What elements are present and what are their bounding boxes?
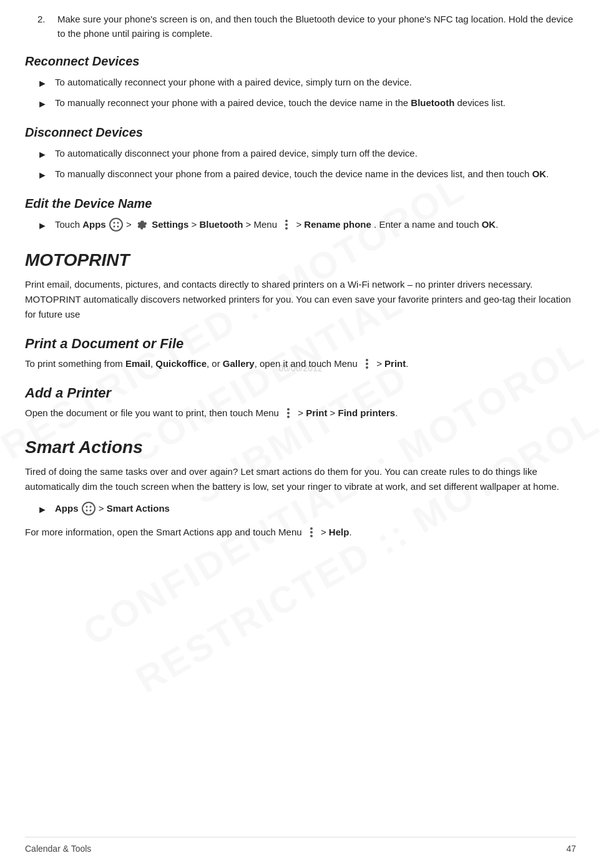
reconnect-devices-section: Reconnect Devices ► To automatically rec… [25,52,576,112]
menu-dots-icon-4 [305,525,318,539]
gallery-label: Gallery [223,358,255,369]
menu-dots-icon-3 [282,406,295,420]
find-printers-label: Find printers [338,407,395,418]
dot1 [287,408,290,411]
quickoffice-label: Quickoffice [155,358,207,369]
smart-actions-gt: > [99,503,107,514]
disconnect-bullet-1-text: To automatically disconnect your phone f… [55,147,576,161]
motoprint-heading: MOTOPRINT [25,247,576,273]
help-label: Help [329,527,349,537]
reconnect-bullet-1: ► To automatically reconnect your phone … [37,76,576,91]
dot3 [310,535,313,537]
print-doc-middle: , open it and touch Menu [255,358,360,369]
svg-point-2 [113,226,115,228]
disconnect-devices-section: Disconnect Devices ► To automatically di… [25,123,576,183]
reconnect-bullet-2-text: To manually reconnect your phone with a … [55,96,576,110]
item-number: 2. [37,12,52,41]
svg-point-1 [117,222,119,224]
footer: Calendar & Tools 47 [25,837,576,856]
print-document-section: Print a Document or File To print someth… [25,333,576,371]
bluetooth-label: Bluetooth [199,219,243,230]
reconnect-bullet-2-prefix: To manually reconnect your phone with a … [55,97,411,108]
apps-label: Apps [82,219,106,230]
gt3: > Menu [246,219,280,230]
bullet-arrow-icon: ► [37,168,49,183]
dot1 [366,359,368,361]
edit-device-bullet-text: Touch Apps > Settings > Bluetooth > Menu [55,218,576,232]
svg-point-3 [117,226,119,228]
svg-point-0 [113,222,115,224]
more-info-gt2: > [321,527,329,537]
touch-prefix: Touch [55,219,82,230]
bullet-arrow-icon: ► [37,147,49,162]
disconnect-bullet-2-prefix: To manually disconnect your phone from a… [55,168,532,179]
svg-point-4 [86,506,87,508]
disconnect-bullet-2-bold: OK [532,168,547,179]
edit-device-name-heading: Edit the Device Name [25,194,576,213]
menu-dots-icon-2 [361,357,373,371]
add-printer-print: Print [306,407,327,418]
more-info-prefix: For more information, open the Smart Act… [25,527,305,537]
add-printer-gt1: > [298,407,306,418]
svg-point-7 [89,510,91,512]
smart-actions-body: Tired of doing the same tasks over and o… [25,464,576,494]
svg-point-6 [86,510,87,512]
gt1: > [126,219,134,230]
apps-prefix: Apps [55,503,81,514]
rename-label: Rename phone [304,219,371,230]
reconnect-bullet-2-suffix: devices list. [454,97,506,108]
disconnect-bullet-2-suffix: . [546,168,549,179]
menu-dots-icon [280,218,293,232]
apps-circle-icon-2 [82,502,95,515]
disconnect-bullet-2: ► To manually disconnect your phone from… [37,167,576,183]
reconnect-bullet-2-bold: Bluetooth [411,97,454,108]
smart-actions-bullet: ► Apps > Smart Actions [37,502,576,517]
dot3 [285,227,288,230]
smart-actions-bullet-text: Apps > Smart Actions [55,502,576,516]
apps-circle-icon [109,218,123,232]
add-printer-section: Add a Printer Open the document or file … [25,383,576,421]
reconnect-devices-heading: Reconnect Devices [25,52,576,71]
add-printer-body: Open the document or file you want to pr… [25,406,576,421]
disconnect-devices-heading: Disconnect Devices [25,123,576,142]
comma2: , or [207,358,223,369]
edit-device-bullet: ► Touch Apps > Settings > Bluetooth > Me… [37,218,576,233]
disconnect-bullet-2-text: To manually disconnect your phone from a… [55,167,576,182]
add-printer-heading: Add a Printer [25,383,576,403]
dot1 [310,527,313,530]
add-printer-gt2: > [327,407,338,418]
dot2 [310,531,313,534]
dot2 [287,412,290,414]
settings-label: Settings [152,219,188,230]
smart-actions-more-info: For more information, open the Smart Act… [25,525,576,540]
motoprint-body: Print email, documents, pictures, and co… [25,277,576,322]
print-doc-prefix: To print something from [25,358,125,369]
item-2-text: Make sure your phone's screen is on, and… [57,12,576,41]
email-label: Email [125,358,150,369]
disconnect-bullet-1: ► To automatically disconnect your phone… [37,147,576,162]
main-content: 2. Make sure your phone's screen is on, … [25,12,576,540]
ok-suffix: . [496,219,498,230]
more-info-suffix: . [349,527,351,537]
gt2: > [192,219,200,230]
print-document-heading: Print a Document or File [25,333,576,354]
footer-right: 47 [566,842,576,856]
reconnect-bullet-1-text: To automatically reconnect your phone wi… [55,76,576,90]
reconnect-bullet-2: ► To manually reconnect your phone with … [37,96,576,112]
bullet-arrow-icon: ► [37,502,49,517]
dot2 [285,223,288,226]
dot2 [366,363,368,365]
smart-actions-heading: Smart Actions [25,434,576,461]
edit-device-name-section: Edit the Device Name ► Touch Apps > Sett… [25,194,576,233]
print-document-body: To print something from Email, Quickoffi… [25,356,576,371]
motoprint-section: MOTOPRINT Print email, documents, pictur… [25,247,576,322]
bullet-arrow-icon: ► [37,218,49,233]
bullet-arrow-icon: ► [37,97,49,112]
svg-point-5 [89,506,91,508]
add-printer-prefix: Open the document or file you want to pr… [25,407,281,418]
print-doc-suffix: . [406,358,408,369]
print-label: Print [384,358,406,369]
smart-actions-section: Smart Actions Tired of doing the same ta… [25,434,576,540]
dot3 [366,366,368,369]
settings-icon [135,218,148,231]
